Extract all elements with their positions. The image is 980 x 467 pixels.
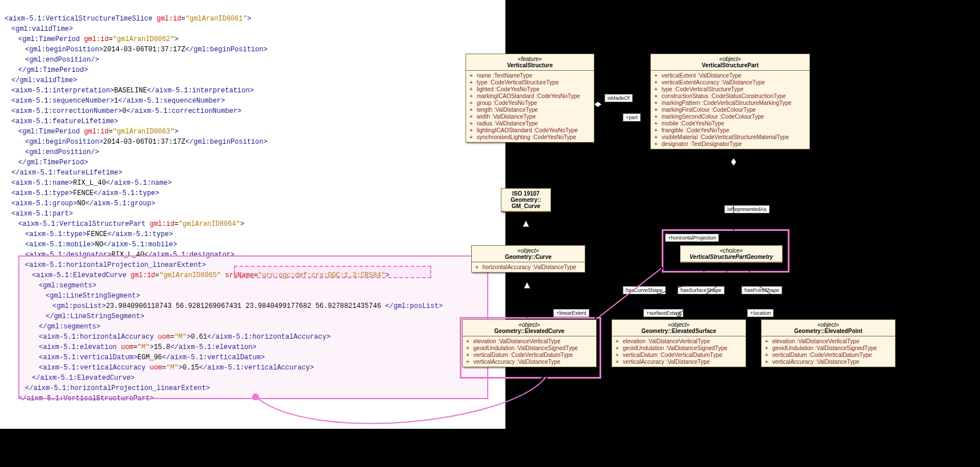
class-attrs: + elevation :ValDistanceVerticalType+ ge… <box>612 336 746 367</box>
class-vsp-geometry: «choice»VerticalStructurePartGeometry <box>680 245 783 263</box>
class-attrs: + name :TextNameType+ type :CodeVertical… <box>466 71 594 142</box>
label-location: +location <box>747 309 774 317</box>
label-linearextent: +linearExtent <box>553 309 589 317</box>
class-attrs: + horizontalAccuracy :ValDistanceType <box>472 262 585 272</box>
label-isrepresentedas: isRepresentedAs <box>724 205 770 213</box>
label-horizontal-projection: +horizontalProjection <box>665 234 719 242</box>
label-part: +part <box>623 113 641 121</box>
mult-01-4: 0..1 <box>698 275 707 281</box>
label-hascurveshape: hasCurveShape <box>623 286 666 294</box>
class-elevated-surface: «object»Geometry::ElevatedSurface + elev… <box>612 319 746 367</box>
label-ismadeof: isMadeOf <box>605 94 633 102</box>
class-attrs: + elevation :ValDistanceVerticalType+ ge… <box>762 336 895 367</box>
mult-01-3: 0..1 <box>795 310 804 315</box>
class-attrs: + verticalExtent :ValDistanceType+ verti… <box>651 71 809 149</box>
class-attrs: + elevation :ValDistanceVerticalType+ ge… <box>463 336 596 367</box>
label-haspointshape: hasPointShape <box>742 286 782 294</box>
mult-0star-3: 0..* <box>729 176 737 181</box>
mult-0star-2: 0..* <box>731 234 739 240</box>
class-geometry-curve: «object»Geometry::Curve + horizontalAccu… <box>471 245 585 273</box>
label-surfaceextent: +surfaceExtent <box>643 309 683 317</box>
xml-source-pane: <aixm-5.1:VerticalStructureTimeSlice gml… <box>0 0 505 429</box>
mult-0star: 0..* <box>607 107 615 113</box>
class-vertical-structure-part: «object»VerticalStructurePart + vertical… <box>650 54 810 149</box>
mult-01-2: 0..1 <box>703 310 711 315</box>
mult-01-1: 0..1 <box>594 310 602 315</box>
class-elevated-point: «object»Geometry::ElevatedPoint + elevat… <box>761 319 896 367</box>
class-vertical-structure: «feature»VerticalStructure + name :TextN… <box>465 54 594 143</box>
class-gm-curve: ISO 19107 Geometry:: GM_Curve <box>501 188 551 212</box>
mult-01-6: 0..1 <box>744 275 752 281</box>
label-hassurfaceshape: hasSurfaceShape <box>678 286 724 294</box>
mult-01-5: 0..1 <box>721 275 730 281</box>
class-elevated-curve: «object»Geometry::ElevatedCurve + elevat… <box>462 319 597 367</box>
